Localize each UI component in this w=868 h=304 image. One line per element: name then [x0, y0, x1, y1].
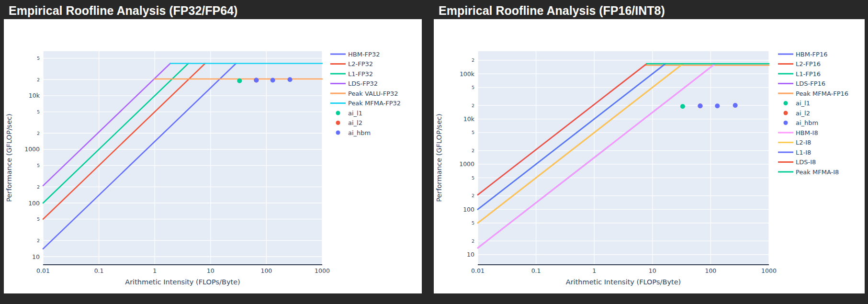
- legend-label: L1-FP32: [348, 70, 373, 78]
- legend-item-LDS-I8[interactable]: LDS-I8: [778, 158, 816, 166]
- legend-item-ai_hbm[interactable]: ai_hbm: [336, 129, 371, 136]
- y-tick-label: 100: [28, 200, 40, 207]
- legend-item-L2-FP16[interactable]: L2-FP16: [778, 60, 821, 68]
- chart-title-fp32: Empirical Roofline Analysis (FP32/FP64): [4, 0, 422, 19]
- series-point-ai_hbm[interactable]: [288, 77, 293, 82]
- legend-item-L1-FP32[interactable]: L1-FP32: [330, 70, 373, 78]
- legend-label: LDS-FP32: [348, 80, 378, 87]
- y-tick-label: 1000: [459, 160, 474, 168]
- legend-dot-swatch: [336, 121, 340, 125]
- x-tick-label: 0.01: [471, 267, 485, 274]
- chart-title-fp16: Empirical Roofline Analysis (FP16/INT8): [434, 0, 865, 19]
- series-point-ai_hbm[interactable]: [698, 103, 703, 108]
- y-tick-label: 2: [472, 57, 474, 63]
- legend-label: Peak MFMA-I8: [796, 169, 839, 176]
- y-tick-label: 5: [472, 85, 474, 90]
- legend-label: ai_hbm: [796, 119, 818, 126]
- y-tick-label: 5: [37, 216, 40, 222]
- x-tick-label: 1000: [315, 267, 330, 274]
- legend-label: Peak MFMA-FP32: [348, 100, 401, 107]
- series-point-ai_l1[interactable]: [680, 104, 685, 109]
- y-tick-label: 5: [37, 163, 40, 168]
- legend-item-Peak MFMA-FP32[interactable]: Peak MFMA-FP32: [330, 100, 401, 107]
- legend-item-ai_l1[interactable]: ai_l1: [336, 110, 362, 117]
- legend-item-HBM-FP32[interactable]: HBM-FP32: [330, 51, 380, 58]
- x-tick-label: 1: [592, 267, 596, 274]
- y-tick-label: 2: [472, 148, 474, 153]
- x-tick-label: 1: [153, 267, 157, 274]
- chart-block-fp32: Empirical Roofline Analysis (FP32/FP64) …: [4, 0, 422, 293]
- legend-label: ai_l2: [348, 119, 362, 126]
- y-tick-label: 100k: [460, 70, 475, 78]
- legend-item-LDS-FP16[interactable]: LDS-FP16: [778, 80, 825, 87]
- y-tick-label: 2: [472, 193, 474, 198]
- legend-item-ai_l1[interactable]: ai_l1: [784, 100, 810, 107]
- y-tick-label: 10k: [463, 115, 475, 123]
- y-tick-label: 2: [37, 238, 40, 243]
- x-tick-label: 100: [260, 267, 272, 274]
- y-axis-title: Performance (GFLOP/sec): [5, 113, 13, 202]
- roofline-plot-fp32[interactable]: 10251002510002510k250.010.11101001000Ari…: [4, 19, 422, 293]
- legend-item-ai_l2[interactable]: ai_l2: [784, 110, 810, 117]
- roofline-plot-fp16[interactable]: 10251002510002510k25100k20.010.111010010…: [434, 19, 865, 293]
- x-tick-label: 10: [649, 267, 656, 274]
- plot-area[interactable]: [43, 51, 322, 264]
- series-point-ai_hbm[interactable]: [715, 103, 720, 108]
- legend-item-L1-FP16[interactable]: L1-FP16: [778, 70, 821, 78]
- legend-label: ai_hbm: [348, 129, 371, 136]
- y-tick-label: 10: [467, 251, 474, 258]
- x-tick-label: 10: [207, 267, 214, 274]
- x-tick-label: 100: [705, 267, 716, 274]
- x-tick-label: 0.1: [531, 267, 541, 274]
- legend-label: LDS-FP16: [796, 80, 825, 87]
- legend-dot-swatch: [336, 131, 340, 135]
- legend-label: Peak MFMA-FP16: [796, 90, 848, 97]
- y-tick-label: 1000: [24, 146, 40, 153]
- y-tick-label: 2: [37, 184, 40, 190]
- legend-item-Peak MFMA-I8[interactable]: Peak MFMA-I8: [778, 169, 839, 176]
- legend-item-HBM-FP16[interactable]: HBM-FP16: [778, 51, 827, 58]
- x-axis-title: Arithmetic Intensity (FLOPs/Byte): [566, 278, 681, 286]
- y-tick-label: 2: [37, 131, 40, 136]
- legend-item-Peak VALU-FP32[interactable]: Peak VALU-FP32: [330, 90, 398, 97]
- legend-label: Peak VALU-FP32: [348, 90, 398, 97]
- legend-item-L2-FP32[interactable]: L2-FP32: [330, 60, 373, 68]
- y-tick-label: 5: [37, 56, 40, 61]
- legend-item-ai_l2[interactable]: ai_l2: [336, 119, 362, 126]
- plot-area[interactable]: [478, 51, 769, 264]
- legend-label: HBM-FP32: [348, 51, 380, 58]
- y-tick-label: 2: [472, 103, 474, 108]
- legend-dot-swatch: [336, 111, 340, 115]
- y-tick-label: 5: [37, 109, 40, 114]
- chart-card-fp16: 10251002510002510k25100k20.010.111010010…: [434, 19, 865, 293]
- legend-item-L2-I8[interactable]: L2-I8: [778, 139, 811, 146]
- legend-label: LDS-I8: [796, 158, 816, 166]
- legend-label: ai_l2: [796, 110, 810, 117]
- legend-label: L2-I8: [796, 139, 811, 146]
- page: { "page": { "background": "#282828", "ca…: [0, 0, 868, 304]
- series-point-ai_hbm[interactable]: [733, 103, 738, 108]
- x-axis-title: Arithmetic Intensity (FLOPs/Byte): [125, 278, 240, 286]
- x-tick-label: 0.1: [94, 267, 104, 274]
- legend-item-LDS-FP32[interactable]: LDS-FP32: [330, 80, 378, 87]
- x-tick-label: 1000: [761, 267, 777, 274]
- series-point-ai_l1[interactable]: [237, 79, 242, 83]
- legend-label: ai_l1: [796, 100, 810, 107]
- y-tick-label: 5: [472, 130, 474, 135]
- legend-item-ai_hbm[interactable]: ai_hbm: [784, 119, 819, 126]
- legend-item-L1-I8[interactable]: L1-I8: [778, 149, 811, 156]
- series-point-ai_hbm[interactable]: [271, 78, 275, 83]
- series-point-ai_hbm[interactable]: [254, 78, 259, 83]
- legend-item-HBM-I8[interactable]: HBM-I8: [778, 129, 818, 136]
- legend-dot-swatch: [784, 101, 788, 105]
- chart-card-fp32: 10251002510002510k250.010.11101001000Ari…: [4, 19, 422, 293]
- y-tick-label: 2: [37, 77, 40, 82]
- legend-label: ai_l1: [348, 110, 362, 117]
- y-tick-label: 10: [32, 253, 40, 260]
- chart-block-fp16: Empirical Roofline Analysis (FP16/INT8) …: [434, 0, 865, 293]
- legend-label: L1-FP16: [796, 70, 821, 78]
- legend-item-Peak MFMA-FP16[interactable]: Peak MFMA-FP16: [778, 90, 848, 97]
- y-tick-label: 100: [463, 206, 474, 213]
- y-tick-label: 5: [472, 175, 474, 180]
- legend-label: L1-I8: [796, 149, 811, 156]
